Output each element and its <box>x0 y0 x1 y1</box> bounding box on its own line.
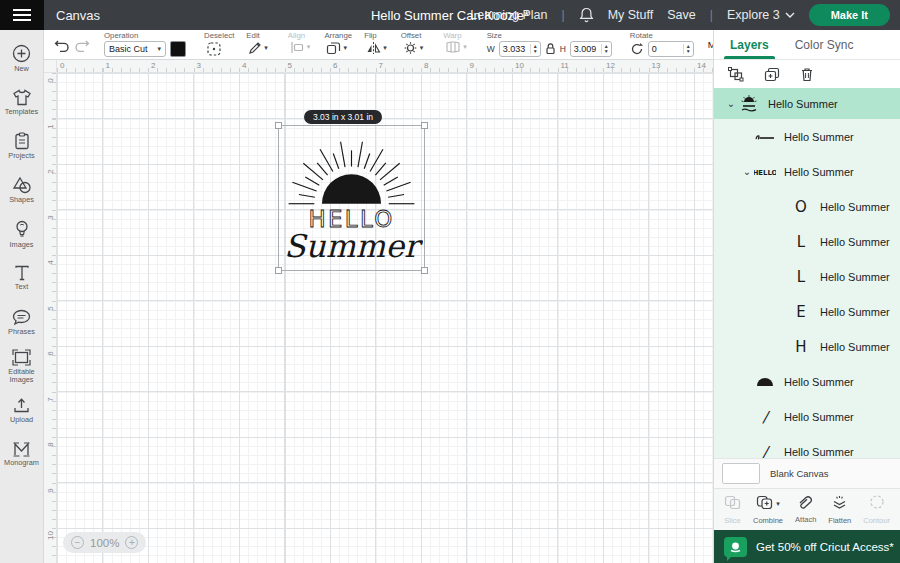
layer-row[interactable]: /Hello Summer <box>714 434 900 458</box>
duplicate-icon[interactable] <box>764 67 780 82</box>
chevron-down-icon[interactable]: ⌄ <box>740 166 754 177</box>
layer-row[interactable]: LHello Summer <box>714 259 900 294</box>
height-stepper[interactable]: ▲▼ <box>601 44 611 54</box>
undo-icon <box>54 38 70 52</box>
undo-button[interactable] <box>52 38 72 52</box>
phrases-icon <box>12 309 31 326</box>
sidebar-item-upload[interactable]: Upload <box>0 388 44 432</box>
lock-icon[interactable] <box>545 42 556 55</box>
layer-row[interactable]: /Hello Summer <box>714 399 900 434</box>
sidebar-item-text[interactable]: Text <box>0 256 44 300</box>
zoom-control: − 100% + <box>63 532 146 553</box>
hamburger-menu-button[interactable] <box>0 0 44 30</box>
layer-row[interactable]: LHello Summer <box>714 224 900 259</box>
bell-icon <box>579 7 594 23</box>
canvas-label[interactable]: Canvas <box>56 8 100 23</box>
selection-handle-bottom-right[interactable] <box>421 267 428 274</box>
width-stepper[interactable]: ▲▼ <box>530 44 540 54</box>
attach-button[interactable]: Attach <box>795 495 816 524</box>
action-label: Contour <box>863 516 890 525</box>
layer-row-selected[interactable]: ⌄Hello Summer <box>714 88 900 119</box>
canvas-grid[interactable]: 3.03 in x 3.01 in HELLO Summer − 100% + <box>57 73 713 563</box>
rotate-icon[interactable] <box>630 42 644 56</box>
operation-select[interactable]: Basic Cut ▾ <box>104 41 166 57</box>
sidebar-item-phrases[interactable]: Phrases <box>0 300 44 344</box>
blank-canvas-row[interactable]: Blank Canvas <box>714 458 900 488</box>
width-value: 3.033 <box>500 44 530 54</box>
sidebar-item-new[interactable]: New <box>0 36 44 80</box>
layer-label: Hello Summer <box>784 376 854 388</box>
offset-button[interactable]: ▾ <box>401 41 426 55</box>
layer-row[interactable]: HHello Summer <box>714 329 900 364</box>
banner-text: Get 50% off Cricut Access* <box>756 541 894 553</box>
selection-handle-top-right[interactable] <box>421 122 428 129</box>
arrange-icon <box>326 41 341 55</box>
tab-color-sync[interactable]: Color Sync <box>785 30 864 59</box>
redo-button[interactable] <box>72 38 92 52</box>
v-ruler-number: 10 <box>46 531 55 541</box>
arrange-button[interactable]: ▾ <box>324 41 349 55</box>
horizontal-ruler: 01234567891011121314 <box>57 60 713 73</box>
width-input[interactable]: 3.033 ▲▼ <box>499 41 541 57</box>
sidebar-item-monogram[interactable]: Monogram <box>0 432 44 476</box>
flatten-button[interactable]: Flatten <box>828 495 851 525</box>
chevron-down-icon: ▾ <box>343 44 347 52</box>
blank-canvas-swatch[interactable] <box>722 463 760 484</box>
layers-list: ⌄Hello SummerHello Summer⌄HELLOHello Sum… <box>714 88 900 458</box>
sidebar-item-label: Text <box>15 283 28 291</box>
rotate-input[interactable]: 0 ▲▼ <box>648 41 694 57</box>
layer-row[interactable]: EHello Summer <box>714 294 900 329</box>
deselect-button[interactable] <box>204 41 224 57</box>
height-input[interactable]: 3.009 ▲▼ <box>570 41 612 57</box>
edit-button[interactable]: ▾ <box>246 41 270 55</box>
warp-button[interactable]: ▾ <box>443 41 469 53</box>
h-ruler-number: 4 <box>242 61 246 70</box>
h-ruler-number: 9 <box>470 61 474 70</box>
align-button[interactable]: ▾ <box>288 41 313 54</box>
h-ruler-number: 10 <box>515 61 524 70</box>
my-stuff-link[interactable]: My Stuff <box>608 8 654 22</box>
sidebar-item-projects[interactable]: Projects <box>0 124 44 168</box>
slice-icon <box>724 495 741 514</box>
make-it-button[interactable]: Make It <box>809 4 890 26</box>
flip-button[interactable]: ▾ <box>364 41 389 55</box>
chevron-down-icon: ▾ <box>157 45 161 53</box>
notifications-bell-button[interactable] <box>579 7 594 23</box>
h-ruler-number: 13 <box>652 61 661 70</box>
sidebar-item-editable-images[interactable]: Editable Images <box>0 344 44 388</box>
action-label: Flatten <box>828 516 851 525</box>
combine-button[interactable]: ▾Combine <box>753 495 783 525</box>
layer-row[interactable]: ⌄HELLOHello Summer <box>714 154 900 189</box>
selection-handle-top-left[interactable] <box>275 122 282 129</box>
group-icon[interactable] <box>728 67 744 82</box>
chevron-down-icon[interactable]: ⌄ <box>724 98 738 109</box>
attach-icon <box>797 495 815 513</box>
flip-icon <box>366 41 381 55</box>
combine-icon <box>756 495 774 514</box>
selection-handle-bottom-left[interactable] <box>275 267 282 274</box>
layer-thumbnail-letter-L: L <box>790 231 812 253</box>
zoom-out-button[interactable]: − <box>71 536 84 549</box>
action-label: Combine <box>753 516 783 525</box>
zoom-in-button[interactable]: + <box>125 536 138 549</box>
sidebar-item-label: Upload <box>10 416 33 424</box>
layer-row[interactable]: Hello Summer <box>714 119 900 154</box>
sidebar-item-templates[interactable]: Templates <box>0 80 44 124</box>
color-swatch[interactable] <box>170 41 186 57</box>
letter-glyph: O <box>795 198 807 216</box>
tab-layers[interactable]: Layers <box>720 30 779 59</box>
layer-row[interactable]: Hello Summer <box>714 364 900 399</box>
layer-thumbnail-dome <box>754 371 776 393</box>
save-button[interactable]: Save <box>667 8 696 22</box>
layer-row[interactable]: OHello Summer <box>714 189 900 224</box>
right-panel: Layers Color Sync ⌄Hello SummerHello Sum… <box>713 30 900 563</box>
delete-trash-icon[interactable] <box>800 67 814 82</box>
hello-summer-artwork[interactable]: HELLO Summer <box>280 127 423 269</box>
sidebar-item-shapes[interactable]: Shapes <box>0 168 44 212</box>
cricut-access-banner[interactable]: Get 50% off Cricut Access* <box>714 530 900 563</box>
machine-select-dropdown[interactable]: Explore 3 <box>727 8 795 22</box>
sidebar-item-images[interactable]: Images <box>0 212 44 256</box>
selection-bounding-box[interactable]: HELLO Summer <box>278 125 425 271</box>
contour-icon <box>869 494 885 514</box>
rotate-stepper[interactable]: ▲▼ <box>683 44 693 54</box>
